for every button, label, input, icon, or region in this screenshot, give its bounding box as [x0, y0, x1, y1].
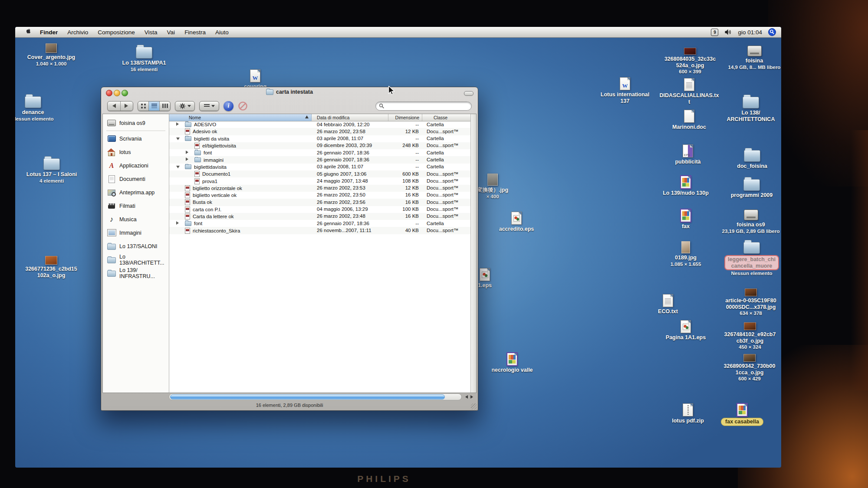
- get-info-button[interactable]: i: [224, 101, 233, 111]
- table-row[interactable]: Busta ok26 marzo 2002, 23:5616 KBDocu...…: [169, 199, 470, 206]
- sidebar-item-applicazioni[interactable]: AApplicazioni: [103, 159, 169, 172]
- table-row[interactable]: bigliettidavisita03 aprile 2008, 11:07--…: [169, 164, 470, 170]
- desktop-icon-3267484102[interactable]: 3267484102_e92cb7cb3f_o.jpg450 × 324: [714, 322, 781, 350]
- folder-proxy-icon[interactable]: [266, 89, 273, 95]
- column-view-button[interactable]: [159, 102, 170, 111]
- sidebar-item-immagini[interactable]: Immagini: [103, 226, 169, 239]
- sidebar-item-musica[interactable]: ♪Musica: [103, 213, 169, 226]
- resize-grip[interactable]: [471, 403, 477, 409]
- sidebar-item-anteprima-app[interactable]: Anteprima.app: [103, 186, 169, 199]
- list-header: Nome Data di modifica Dimensione Classe: [169, 114, 470, 121]
- desktop-icon-article-jpg[interactable]: article-0-035C19F800000SDC...x378.jpg634…: [715, 288, 781, 316]
- table-row[interactable]: el/bigliettovisita09 dicembre 2003, 20:3…: [169, 142, 470, 149]
- no-access-icon[interactable]: [238, 101, 248, 111]
- desktop-icon-pagina-1a1-eps[interactable]: Pagina 1A1.eps: [650, 320, 721, 341]
- title-bar[interactable]: carta intestata: [101, 87, 478, 98]
- arrange-menu-button[interactable]: [199, 101, 219, 111]
- disclosure-closed-icon[interactable]: [176, 221, 179, 225]
- selected-label[interactable]: fax casabella: [721, 418, 763, 426]
- menu-bar-clock[interactable]: gio 01:04: [738, 29, 762, 36]
- desktop-icon-lo-138-stampa1[interactable]: Lo 138/STAMPA116 elementi: [108, 47, 180, 72]
- disclosure-closed-icon[interactable]: [186, 157, 188, 161]
- table-row[interactable]: immagini26 gennaio 2007, 18:36--Cartella: [169, 156, 470, 163]
- sidebar-item-documenti[interactable]: Documenti: [103, 172, 169, 186]
- menu-item-finestra[interactable]: Finestra: [180, 29, 210, 36]
- table-row[interactable]: Documento105 giugno 2007, 13:06600 KBDoc…: [169, 170, 470, 177]
- apple-menu[interactable]: [20, 29, 35, 36]
- disclosure-open-icon[interactable]: [176, 138, 180, 140]
- input-menu-icon[interactable]: 9: [711, 29, 718, 36]
- scroll-left-icon[interactable]: [464, 395, 468, 399]
- table-row[interactable]: carta con P.I.04 maggio 2006, 13:29100 K…: [169, 206, 470, 213]
- scrollbar-thumb[interactable]: [170, 394, 445, 400]
- icon-view-button[interactable]: [138, 102, 148, 111]
- desktop-icon-eco-txt[interactable]: ECO.txt: [632, 294, 704, 315]
- column-header-classe[interactable]: Classe: [422, 114, 470, 121]
- desktop-icon-3266771236[interactable]: 3266771236_c2bd15102a_o.jpg: [16, 256, 87, 278]
- action-menu-button[interactable]: [175, 101, 195, 111]
- disclosure-closed-icon[interactable]: [186, 151, 188, 154]
- sidebar-item-filmati[interactable]: Filmati: [103, 199, 169, 213]
- column-header-nome[interactable]: Nome: [169, 114, 312, 121]
- desktop-icon-programmi-2009[interactable]: programmi 2009: [716, 179, 781, 199]
- desktop-icon-3268084035[interactable]: 3268084035_32c33c524a_o.jpg600 × 399: [654, 48, 726, 75]
- desktop-icon-marinoni-doc[interactable]: Marinoni.doc: [654, 110, 725, 131]
- desktop-icon-accredito-eps[interactable]: accredito.eps: [481, 212, 552, 233]
- desktop-icon-foisina-os9-disk[interactable]: foisina os923,19 GB, 2,89 GB libero: [715, 210, 781, 234]
- desktop-icon-pubblicita[interactable]: pubblicità: [652, 144, 723, 165]
- desktop-icon-fax-casabella[interactable]: fax casabella: [707, 403, 778, 426]
- table-row[interactable]: font26 gennaio 2007, 18:36--Cartella: [169, 220, 470, 227]
- table-row[interactable]: biglietti da visita03 aprile 2008, 11:07…: [169, 135, 470, 142]
- vertical-scrollbar[interactable]: [470, 114, 476, 393]
- desktop-icon-cover-argento[interactable]: Cover_argento.jpg1.040 × 1.000: [16, 43, 87, 67]
- column-header-data[interactable]: Data di modifica: [312, 114, 388, 121]
- desktop-icon-lo-138-architettonica[interactable]: Lo 138/ARCHITETTONICA: [715, 97, 781, 122]
- desktop-icon-denance[interactable]: denanceNessun elemento: [15, 96, 69, 122]
- desktop-icon-foisina-disk[interactable]: foisina14,9 GB, 8... MB libero: [719, 46, 781, 70]
- sidebar-item-lo-139-infrastru-[interactable]: Lo 139/ INFRASTRU...: [103, 266, 169, 280]
- desktop-icon-necrologio-valle[interactable]: necrologio valle: [477, 353, 548, 373]
- desktop-icon-doc-foisina[interactable]: doc_foisina: [717, 150, 781, 170]
- menu-item-vista[interactable]: Vista: [140, 29, 162, 36]
- list-view-button[interactable]: [148, 102, 159, 111]
- column-header-dimensione[interactable]: Dimensione: [388, 114, 422, 121]
- scroll-right-icon[interactable]: [470, 395, 475, 399]
- menu-item-aiuto[interactable]: Aiuto: [210, 29, 233, 36]
- volume-icon[interactable]: [724, 29, 732, 35]
- desktop-icon-lotus-137-saloni[interactable]: Lotus 137 – I Saloni4 elementi: [16, 158, 87, 184]
- desktop-icon-didascalia-txt[interactable]: DIDASCALIALLINAS.txt: [654, 78, 725, 105]
- disclosure-closed-icon[interactable]: [176, 122, 179, 126]
- desktop-icon-3268909342[interactable]: 3268909342_730b001cca_o.jpg600 × 429: [714, 354, 781, 382]
- disclosure-open-icon[interactable]: [176, 166, 180, 168]
- rename-label-box[interactable]: leggere_batch_chicancella_muore: [724, 255, 779, 270]
- forward-button[interactable]: [121, 102, 133, 111]
- table-row[interactable]: font26 gennaio 2007, 18:36--Cartella: [169, 149, 470, 156]
- date-modified-cell: 26 marzo 2002, 23:53: [317, 185, 365, 190]
- sidebar-item-lo-137-saloni[interactable]: Lo 137/SALONI: [103, 239, 169, 253]
- table-row[interactable]: ADESIVO04 febbraio 2009, 12:20--Cartella: [169, 121, 470, 128]
- back-button[interactable]: [108, 102, 121, 111]
- toolbar-toggle-button[interactable]: [464, 91, 473, 96]
- horizontal-scrollbar[interactable]: [169, 393, 462, 400]
- table-row[interactable]: biglietto verticale ok26 marzo 2002, 23:…: [169, 192, 470, 199]
- menu-item-composizione[interactable]: Composizione: [93, 29, 140, 36]
- menu-item-finder[interactable]: Finder: [35, 29, 62, 36]
- sidebar-item-lo-138-architett-[interactable]: Lo 138/ARCHITETT...: [103, 253, 169, 266]
- sidebar-item-foisina-os9[interactable]: foisina os9: [103, 116, 169, 130]
- table-row[interactable]: Adesivo ok26 marzo 2002, 23:5812 KBDocu.…: [169, 128, 470, 135]
- table-row[interactable]: prova124 maggio 2007, 13:48108 KBDocu...…: [169, 177, 470, 184]
- sidebar-item-lotus[interactable]: lotus: [103, 145, 169, 159]
- table-row[interactable]: Carta da lettere ok26 marzo 2002, 23:481…: [169, 213, 470, 220]
- desktop-icon-0189-jpg[interactable]: 0189.jpg1.085 × 1.655: [650, 241, 721, 267]
- spotlight-icon[interactable]: [768, 28, 776, 36]
- desktop-icon-lotus-international-137[interactable]: Lotus international137: [589, 77, 661, 104]
- menu-item-archivio[interactable]: Archivio: [62, 29, 93, 36]
- table-row[interactable]: richiestasconto_Skira26 novemb...2007, 1…: [169, 227, 470, 234]
- table-row[interactable]: biglietto orizzontale ok26 marzo 2002, 2…: [169, 185, 470, 192]
- sidebar-item-scrivania[interactable]: Scrivania: [103, 132, 169, 145]
- search-input[interactable]: [386, 102, 468, 109]
- desktop-icon-fax[interactable]: fax: [650, 209, 721, 230]
- desktop-icon-leggere-batch[interactable]: leggere_batch_chicancella_muoreNessun el…: [716, 242, 781, 276]
- menu-item-vai[interactable]: Vai: [162, 29, 180, 36]
- desktop-icon-lo-139-nudo-130p[interactable]: Lo 139/nudo 130p: [650, 176, 721, 197]
